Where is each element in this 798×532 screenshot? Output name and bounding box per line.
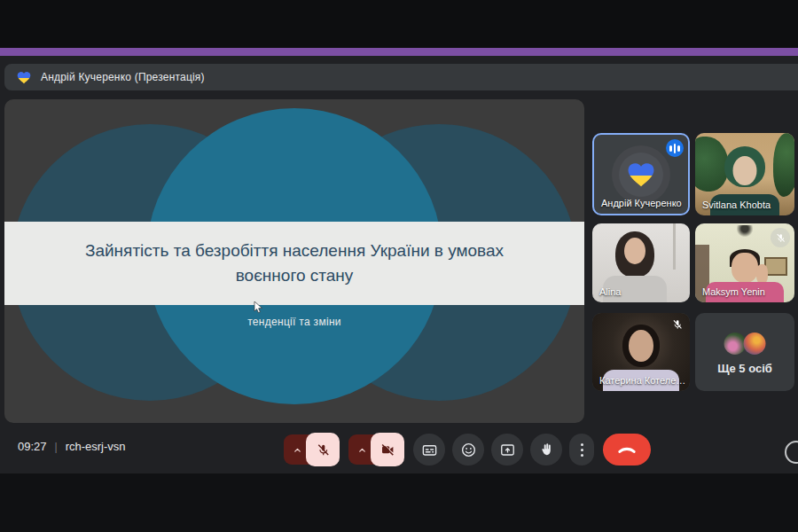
presenter-name: Андрій Кучеренко (Презентація) — [41, 71, 205, 83]
meet-main-area: Андрій Кучеренко (Презентація) Зайнятіст… — [0, 56, 798, 473]
video-tile-andrii[interactable]: Андрій Кучеренко — [592, 133, 690, 215]
hand-icon — [538, 442, 554, 458]
mic-off-icon — [316, 442, 331, 458]
slide-subtitle: тенденції та зміни — [4, 316, 584, 328]
overflow-avatars — [724, 332, 766, 355]
overflow-participants-tile[interactable]: Ще 5 осіб — [695, 313, 794, 391]
present-icon — [499, 442, 516, 458]
reactions-button[interactable] — [452, 434, 484, 466]
slide-title-banner: Зайнятість та безробіття населення Украї… — [4, 222, 584, 305]
ukraine-heart-avatar — [627, 161, 655, 187]
microphone-toggle-button[interactable] — [306, 433, 340, 466]
control-bar: 09:27 | rch-esrj-vsn — [0, 432, 798, 467]
meeting-info: 09:27 | rch-esrj-vsn — [18, 440, 126, 453]
end-call-button[interactable] — [603, 434, 651, 466]
participant-name: Alina — [599, 286, 621, 297]
shared-screen-slide: Зайнятість та безробіття населення Украї… — [4, 99, 584, 423]
clipped-edge-icon — [785, 441, 798, 464]
clock-time: 09:27 — [18, 440, 47, 453]
audio-activity-icon — [666, 139, 684, 157]
divider: | — [55, 441, 58, 453]
browser-accent-bar — [0, 48, 798, 56]
camera-toggle-button[interactable] — [371, 433, 404, 466]
avatar — [744, 332, 766, 355]
more-options-button[interactable] — [569, 434, 594, 466]
chevron-up-icon — [292, 444, 303, 456]
mouse-cursor — [254, 301, 264, 314]
call-buttons — [284, 433, 651, 466]
mic-off-icon — [771, 228, 790, 247]
captions-button[interactable] — [413, 434, 445, 466]
participant-name: Андрій Кучеренко — [601, 198, 682, 208]
letterbox-bottom — [0, 473, 798, 532]
present-screen-button[interactable] — [491, 434, 523, 466]
participant-name: Катерина Котеле… — [599, 375, 685, 386]
participant-name: Svitlana Khobta — [702, 200, 771, 210]
video-tile-alina[interactable]: Alina — [592, 223, 690, 302]
google-meet-window: Андрій Кучеренко (Презентація) Зайнятіст… — [0, 0, 798, 532]
raise-hand-button[interactable] — [530, 434, 562, 466]
three-dots-icon — [581, 443, 583, 446]
phone-hangup-icon — [617, 443, 637, 456]
mic-off-icon — [671, 318, 684, 334]
captions-icon — [421, 442, 438, 458]
meeting-code: rch-esrj-vsn — [66, 440, 126, 453]
letterbox-top — [0, 0, 798, 48]
presenter-banner: Андрій Кучеренко (Презентація) — [4, 64, 798, 90]
video-tile-svitlana[interactable]: Svitlana Khobta — [695, 133, 794, 215]
camera-off-icon — [379, 442, 395, 458]
participant-name: Maksym Yenin — [702, 286, 765, 297]
ukraine-heart-icon — [17, 71, 31, 84]
smiley-icon — [460, 442, 477, 458]
slide-title: Зайнятість та безробіття населення Украї… — [53, 239, 536, 287]
overflow-count-label: Ще 5 осіб — [695, 362, 794, 375]
video-tile-maksym[interactable]: Maksym Yenin — [695, 223, 794, 302]
chevron-up-icon — [356, 444, 368, 456]
video-tile-kateryna[interactable]: Катерина Котеле… — [592, 313, 690, 391]
